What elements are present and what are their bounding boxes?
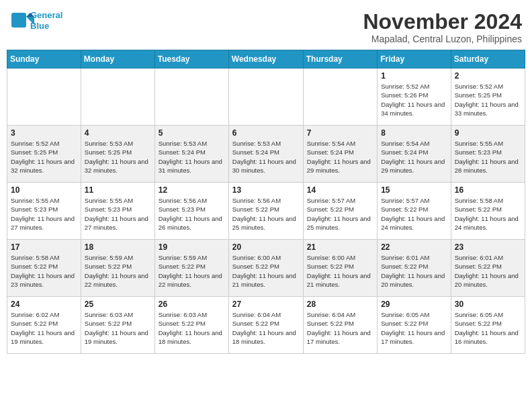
- day-number: 26: [159, 300, 225, 309]
- calendar-cell: 4Sunrise: 5:53 AMSunset: 5:25 PMDaylight…: [81, 126, 154, 183]
- day-number: 21: [307, 242, 373, 252]
- calendar-table: SundayMondayTuesdayWednesdayThursdayFrid…: [7, 50, 525, 354]
- day-info: Sunrise: 6:01 AMSunset: 5:22 PMDaylight:…: [455, 253, 521, 289]
- day-number: 9: [455, 128, 521, 138]
- day-info: Sunrise: 6:00 AMSunset: 5:22 PMDaylight:…: [307, 253, 373, 289]
- day-info: Sunrise: 5:57 AMSunset: 5:22 PMDaylight:…: [381, 196, 447, 232]
- calendar-cell: 29Sunrise: 6:05 AMSunset: 5:22 PMDayligh…: [378, 297, 451, 354]
- day-number: 17: [11, 242, 77, 252]
- weekday-header: Monday: [81, 50, 154, 68]
- weekday-header: Thursday: [303, 50, 377, 68]
- calendar-cell: 3Sunrise: 5:52 AMSunset: 5:25 PMDaylight…: [7, 126, 81, 183]
- day-info: Sunrise: 6:03 AMSunset: 5:22 PMDaylight:…: [85, 310, 151, 346]
- day-number: 28: [307, 300, 373, 309]
- day-info: Sunrise: 6:01 AMSunset: 5:22 PMDaylight:…: [381, 253, 447, 289]
- calendar-cell: 25Sunrise: 6:03 AMSunset: 5:22 PMDayligh…: [81, 297, 154, 354]
- calendar-cell: [81, 68, 154, 126]
- calendar-week-row: 3Sunrise: 5:52 AMSunset: 5:25 PMDaylight…: [7, 126, 525, 183]
- calendar-cell: 22Sunrise: 6:01 AMSunset: 5:22 PMDayligh…: [378, 240, 451, 297]
- day-info: Sunrise: 5:58 AMSunset: 5:22 PMDaylight:…: [11, 253, 77, 289]
- calendar-cell: 1Sunrise: 5:52 AMSunset: 5:26 PMDaylight…: [378, 68, 451, 126]
- calendar-cell: 12Sunrise: 5:56 AMSunset: 5:23 PMDayligh…: [154, 183, 228, 240]
- day-info: Sunrise: 5:55 AMSunset: 5:23 PMDaylight:…: [85, 196, 151, 232]
- calendar-cell: 10Sunrise: 5:55 AMSunset: 5:23 PMDayligh…: [7, 183, 81, 240]
- day-number: 11: [85, 185, 151, 195]
- calendar-cell: 19Sunrise: 5:59 AMSunset: 5:22 PMDayligh…: [154, 240, 228, 297]
- calendar-cell: 15Sunrise: 5:57 AMSunset: 5:22 PMDayligh…: [378, 183, 451, 240]
- day-number: 16: [455, 185, 521, 195]
- day-number: 10: [11, 185, 77, 195]
- day-info: Sunrise: 5:57 AMSunset: 5:22 PMDaylight:…: [307, 196, 373, 232]
- day-number: 18: [85, 242, 151, 252]
- day-info: Sunrise: 5:53 AMSunset: 5:24 PMDaylight:…: [232, 139, 300, 175]
- calendar-cell: [303, 68, 377, 126]
- logo-text: General Blue: [30, 10, 62, 31]
- day-number: 20: [232, 242, 300, 252]
- day-number: 22: [381, 242, 447, 252]
- day-info: Sunrise: 6:04 AMSunset: 5:22 PMDaylight:…: [307, 310, 373, 346]
- weekday-header: Sunday: [7, 50, 81, 68]
- calendar-cell: 20Sunrise: 6:00 AMSunset: 5:22 PMDayligh…: [228, 240, 303, 297]
- calendar-week-row: 1Sunrise: 5:52 AMSunset: 5:26 PMDaylight…: [7, 68, 525, 126]
- day-number: 4: [85, 128, 151, 138]
- day-info: Sunrise: 5:52 AMSunset: 5:25 PMDaylight:…: [11, 139, 77, 175]
- day-info: Sunrise: 5:52 AMSunset: 5:26 PMDaylight:…: [381, 82, 447, 118]
- calendar-cell: 17Sunrise: 5:58 AMSunset: 5:22 PMDayligh…: [7, 240, 81, 297]
- day-number: 13: [232, 185, 300, 195]
- day-number: 12: [159, 185, 225, 195]
- calendar-cell: 27Sunrise: 6:04 AMSunset: 5:22 PMDayligh…: [228, 297, 303, 354]
- svg-marker-2: [26, 13, 34, 17]
- weekday-header: Saturday: [451, 50, 525, 68]
- day-info: Sunrise: 5:52 AMSunset: 5:25 PMDaylight:…: [455, 82, 521, 118]
- calendar-cell: 5Sunrise: 5:53 AMSunset: 5:24 PMDaylight…: [154, 126, 228, 183]
- day-number: 27: [232, 300, 300, 309]
- day-info: Sunrise: 5:59 AMSunset: 5:22 PMDaylight:…: [85, 253, 151, 289]
- day-number: 14: [307, 185, 373, 195]
- day-number: 8: [381, 128, 447, 138]
- weekday-header: Tuesday: [154, 50, 228, 68]
- day-number: 30: [455, 300, 521, 309]
- day-info: Sunrise: 5:53 AMSunset: 5:25 PMDaylight:…: [85, 139, 151, 175]
- calendar-header-row: SundayMondayTuesdayWednesdayThursdayFrid…: [7, 50, 525, 68]
- day-info: Sunrise: 6:04 AMSunset: 5:22 PMDaylight:…: [232, 310, 300, 346]
- weekday-header: Wednesday: [228, 50, 303, 68]
- day-number: 24: [11, 300, 77, 309]
- day-number: 3: [11, 128, 77, 138]
- day-number: 7: [307, 128, 373, 138]
- calendar-cell: 26Sunrise: 6:03 AMSunset: 5:22 PMDayligh…: [154, 297, 228, 354]
- calendar-cell: 11Sunrise: 5:55 AMSunset: 5:23 PMDayligh…: [81, 183, 154, 240]
- day-number: 6: [232, 128, 300, 138]
- logo-icon: [10, 11, 29, 30]
- day-info: Sunrise: 5:58 AMSunset: 5:22 PMDaylight:…: [455, 196, 521, 232]
- day-info: Sunrise: 5:54 AMSunset: 5:24 PMDaylight:…: [381, 139, 447, 175]
- day-info: Sunrise: 5:56 AMSunset: 5:23 PMDaylight:…: [159, 196, 225, 232]
- calendar-cell: 16Sunrise: 5:58 AMSunset: 5:22 PMDayligh…: [451, 183, 525, 240]
- calendar-cell: 6Sunrise: 5:53 AMSunset: 5:24 PMDaylight…: [228, 126, 303, 183]
- weekday-header: Friday: [378, 50, 451, 68]
- calendar-week-row: 24Sunrise: 6:02 AMSunset: 5:22 PMDayligh…: [7, 297, 525, 354]
- calendar-week-row: 10Sunrise: 5:55 AMSunset: 5:23 PMDayligh…: [7, 183, 525, 240]
- day-info: Sunrise: 6:00 AMSunset: 5:22 PMDaylight:…: [232, 253, 300, 289]
- day-info: Sunrise: 5:59 AMSunset: 5:22 PMDaylight:…: [159, 253, 225, 289]
- calendar-cell: [154, 68, 228, 126]
- day-info: Sunrise: 5:55 AMSunset: 5:23 PMDaylight:…: [11, 196, 77, 232]
- day-number: 15: [381, 185, 447, 195]
- calendar-cell: [7, 68, 81, 126]
- day-number: 1: [381, 71, 447, 81]
- day-number: 5: [159, 128, 225, 138]
- day-info: Sunrise: 5:55 AMSunset: 5:23 PMDaylight:…: [455, 139, 521, 175]
- calendar-cell: 21Sunrise: 6:00 AMSunset: 5:22 PMDayligh…: [303, 240, 377, 297]
- day-number: 29: [381, 300, 447, 309]
- month-title: November 2024: [363, 10, 522, 34]
- day-info: Sunrise: 5:54 AMSunset: 5:24 PMDaylight:…: [307, 139, 373, 175]
- calendar-cell: 14Sunrise: 5:57 AMSunset: 5:22 PMDayligh…: [303, 183, 377, 240]
- calendar-cell: 23Sunrise: 6:01 AMSunset: 5:22 PMDayligh…: [451, 240, 525, 297]
- svg-marker-1: [26, 17, 34, 25]
- calendar-cell: 2Sunrise: 5:52 AMSunset: 5:25 PMDaylight…: [451, 68, 525, 126]
- calendar-cell: 8Sunrise: 5:54 AMSunset: 5:24 PMDaylight…: [378, 126, 451, 183]
- day-info: Sunrise: 5:56 AMSunset: 5:22 PMDaylight:…: [232, 196, 300, 232]
- day-info: Sunrise: 5:53 AMSunset: 5:24 PMDaylight:…: [159, 139, 225, 175]
- day-number: 25: [85, 300, 151, 309]
- calendar-cell: 7Sunrise: 5:54 AMSunset: 5:24 PMDaylight…: [303, 126, 377, 183]
- day-info: Sunrise: 6:05 AMSunset: 5:22 PMDaylight:…: [381, 310, 447, 346]
